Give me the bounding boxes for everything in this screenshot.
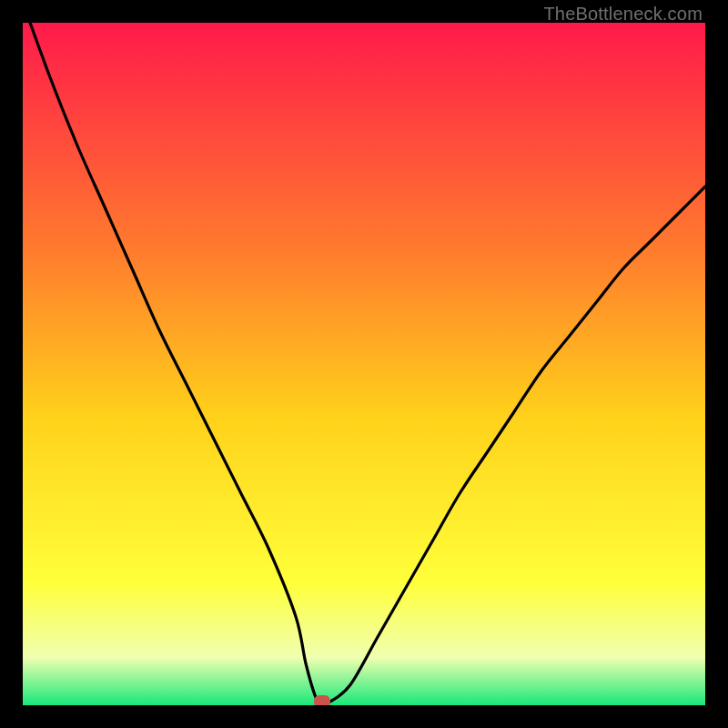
watermark-text: TheBottleneck.com: [543, 4, 703, 25]
plot-area: [23, 23, 705, 705]
optimum-marker: [314, 695, 330, 706]
bottleneck-curve: [23, 23, 705, 705]
chart-frame: TheBottleneck.com: [0, 0, 728, 728]
